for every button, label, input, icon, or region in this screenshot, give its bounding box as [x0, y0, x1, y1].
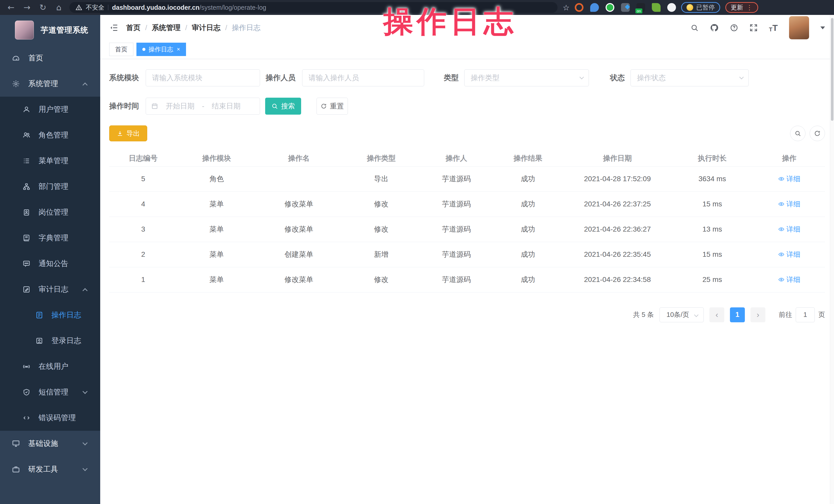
menu-list-icon: [23, 157, 30, 165]
time-label: 操作时间: [109, 101, 139, 111]
extension-icon-5[interactable]: on: [636, 3, 645, 12]
user-icon: [23, 106, 30, 113]
sidebar-item-login-log[interactable]: 登录日志: [0, 328, 100, 354]
update-label: 更新: [731, 3, 743, 12]
tab-close-icon[interactable]: ×: [177, 46, 180, 53]
breadcrumb-audit[interactable]: 审计日志: [192, 23, 221, 32]
browser-forward-icon[interactable]: →: [22, 3, 32, 12]
column-header: 操作名: [256, 150, 342, 166]
page-size-select[interactable]: 10条/页: [660, 307, 704, 322]
extensions-row: on: [575, 3, 676, 12]
column-header: 操作类型: [342, 150, 420, 166]
sidebar-item-sms[interactable]: 短信管理: [0, 379, 100, 405]
prev-page-button[interactable]: ‹: [709, 307, 724, 322]
browser-back-icon[interactable]: ←: [6, 3, 17, 12]
sidebar-item-menus[interactable]: 菜单管理: [0, 148, 100, 174]
table-row[interactable]: 5 角色 导出 芋道源码 成功 2021-04-28 17:52:09 3634…: [109, 166, 825, 192]
sidebar-item-online-users[interactable]: 在线用户: [0, 354, 100, 379]
next-page-button[interactable]: ›: [750, 307, 765, 322]
search-icon[interactable]: [690, 24, 699, 32]
pagination: 共 5 条 10条/页 ‹ 1 › 前往 页: [109, 307, 825, 322]
security-label[interactable]: 不安全: [86, 3, 104, 12]
extension-icon-3[interactable]: [606, 3, 614, 12]
browser-home-icon[interactable]: ⌂: [53, 3, 64, 12]
chevron-down-icon: [83, 440, 88, 445]
detail-link[interactable]: 详细: [778, 199, 800, 209]
message-icon: [23, 260, 30, 267]
detail-link[interactable]: 详细: [778, 225, 800, 234]
sidebar-item-devtools[interactable]: 研发工具: [0, 457, 100, 482]
total-count: 共 5 条: [633, 310, 654, 319]
scrollbar-thumb[interactable]: [831, 18, 833, 121]
sidebar-item-system[interactable]: 系统管理: [0, 71, 100, 96]
detail-link[interactable]: 详细: [778, 275, 800, 284]
sidebar-item-home[interactable]: 首页: [0, 45, 100, 71]
url-path[interactable]: /system/log/operate-log: [199, 4, 266, 11]
module-input[interactable]: [146, 69, 260, 86]
browser-reload-icon[interactable]: ↻: [38, 3, 48, 12]
font-size-icon[interactable]: TT: [769, 23, 778, 33]
reset-button[interactable]: 重置: [316, 98, 348, 115]
sidebar-item-roles[interactable]: 角色管理: [0, 122, 100, 148]
table-tools: [790, 126, 825, 141]
profile-paused-badge[interactable]: 已暂停: [681, 2, 720, 13]
sidebar-item-notice[interactable]: 通知公告: [0, 251, 100, 277]
extension-icon-7[interactable]: [667, 3, 676, 12]
operator-input[interactable]: [302, 69, 424, 86]
help-icon[interactable]: [730, 24, 738, 32]
refresh-table-button[interactable]: [810, 126, 825, 141]
table-row[interactable]: 4 菜单 修改菜单 修改 芋道源码 成功 2021-04-26 22:37:25…: [109, 192, 825, 217]
date-range-picker[interactable]: -: [146, 98, 260, 115]
app-title: 芋道管理系统: [41, 25, 88, 36]
column-header: 日志编号: [109, 150, 177, 166]
column-header: 操作模块: [177, 150, 256, 166]
url-domain[interactable]: dashboard.yudao.iocoder.cn: [112, 4, 199, 11]
goto-page: 前往 页: [779, 307, 825, 322]
sidebar-item-departments[interactable]: 部门管理: [0, 174, 100, 199]
goto-page-input[interactable]: [796, 307, 815, 322]
sidebar-item-audit-log[interactable]: 审计日志: [0, 277, 100, 302]
tab-operate-log[interactable]: 操作日志 ×: [136, 43, 186, 56]
browser-update-button[interactable]: 更新 ⋮: [725, 2, 758, 13]
sidebar-item-operate-log[interactable]: 操作日志: [0, 302, 100, 328]
extension-icon-2[interactable]: [590, 3, 599, 12]
detail-link[interactable]: 详细: [778, 250, 800, 259]
user-avatar[interactable]: [789, 16, 809, 39]
start-date-input[interactable]: [161, 102, 199, 110]
extension-icon-1[interactable]: [575, 3, 584, 12]
profile-avatar-icon: [686, 4, 693, 11]
end-date-input[interactable]: [207, 102, 245, 110]
page-scrollbar[interactable]: [830, 15, 834, 504]
sidebar-item-users[interactable]: 用户管理: [0, 96, 100, 122]
github-icon[interactable]: [710, 23, 719, 32]
sidebar-item-infra[interactable]: 基础设施: [0, 431, 100, 457]
show-search-button[interactable]: [790, 126, 806, 141]
search-icon: [271, 103, 278, 109]
extension-icon-4[interactable]: [621, 3, 630, 12]
tab-home[interactable]: 首页: [109, 43, 133, 56]
sidebar-item-dict[interactable]: 字典管理: [0, 225, 100, 251]
app-logo-row: 芋道管理系统: [0, 15, 100, 45]
detail-link[interactable]: 详细: [778, 174, 800, 183]
breadcrumb-home[interactable]: 首页: [126, 23, 140, 32]
audit-log-icon: [23, 286, 30, 293]
sidebar-item-posts[interactable]: 岗位管理: [0, 199, 100, 225]
filter-row-1: 系统模块 操作人员 类型 状态: [109, 69, 825, 86]
type-select[interactable]: [464, 69, 589, 86]
browser-menu-icon[interactable]: ⋮: [746, 4, 753, 12]
current-page-button[interactable]: 1: [730, 307, 745, 322]
bookmark-star-icon[interactable]: ☆: [563, 3, 570, 12]
breadcrumb-system[interactable]: 系统管理: [152, 23, 181, 32]
fullscreen-icon[interactable]: [749, 24, 758, 32]
status-select[interactable]: [631, 69, 749, 86]
export-button[interactable]: 导出: [109, 126, 147, 141]
table-row[interactable]: 2 菜单 创建菜单 新增 芋道源码 成功 2021-04-26 22:35:45…: [109, 242, 825, 267]
collapse-sidebar-icon[interactable]: [109, 23, 118, 32]
extension-icon-6[interactable]: [652, 3, 661, 12]
sidebar-item-errorcode[interactable]: 错误码管理: [0, 405, 100, 431]
table-row[interactable]: 3 菜单 修改菜单 修改 芋道源码 成功 2021-04-26 22:36:27…: [109, 217, 825, 242]
active-tab-dot: [142, 48, 146, 51]
search-button[interactable]: 搜索: [265, 98, 301, 115]
table-row[interactable]: 1 菜单 修改菜单 修改 芋道源码 成功 2021-04-26 22:34:58…: [109, 267, 825, 292]
avatar-caret-icon[interactable]: [820, 26, 825, 29]
